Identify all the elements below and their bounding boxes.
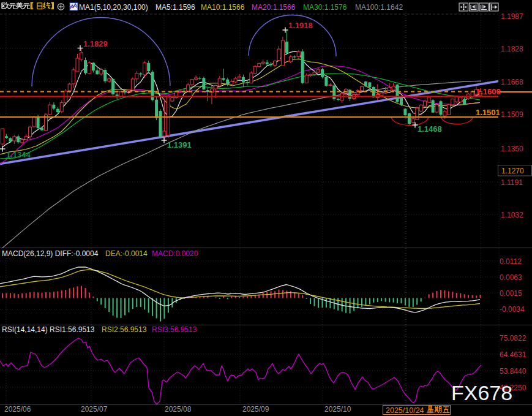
svg-text:1.1391: 1.1391: [167, 140, 192, 149]
svg-text:1.1032: 1.1032: [501, 211, 523, 219]
svg-text:2025/09: 2025/09: [242, 405, 269, 414]
svg-text:64.4631: 64.4631: [500, 350, 526, 359]
svg-text:1.1829: 1.1829: [83, 39, 108, 48]
svg-text:1.1668: 1.1668: [501, 78, 523, 86]
svg-text:1.1468: 1.1468: [418, 124, 442, 134]
svg-text:2025/06: 2025/06: [4, 405, 31, 414]
svg-text:RSI2:56.9513: RSI2:56.9513: [102, 325, 147, 334]
svg-text:MACD:0.0020: MACD:0.0020: [152, 249, 198, 258]
svg-text:2025/07: 2025/07: [81, 405, 108, 414]
svg-text:MA5:1.1596: MA5:1.1596: [155, 3, 195, 12]
svg-text:2025/10: 2025/10: [324, 405, 351, 414]
svg-text:0.0112: 0.0112: [500, 257, 522, 266]
svg-text:MA30:1.1576: MA30:1.1576: [303, 3, 347, 12]
svg-text:1.1501: 1.1501: [476, 108, 500, 117]
svg-text:1.1828: 1.1828: [501, 45, 523, 53]
svg-text:MA20:1.1566: MA20:1.1566: [252, 3, 296, 12]
svg-text:MA100:1.1642: MA100:1.1642: [355, 3, 403, 12]
svg-text:MA1(5,10,20,30,100): MA1(5,10,20,30,100): [79, 3, 148, 12]
svg-text:1.1344: 1.1344: [6, 150, 31, 159]
svg-text:RSI(14,14,14) RSI1:56.9513: RSI(14,14,14) RSI1:56.9513: [2, 325, 95, 334]
svg-text:1.1191: 1.1191: [501, 178, 523, 187]
svg-text:0.0015: 0.0015: [500, 289, 522, 298]
svg-text:75.0822: 75.0822: [500, 334, 526, 342]
svg-text:MA10:1.1566: MA10:1.1566: [201, 3, 245, 12]
svg-text:1.1350: 1.1350: [501, 145, 523, 153]
svg-text:1.1509: 1.1509: [501, 110, 523, 119]
svg-text:1.1600: 1.1600: [476, 87, 501, 96]
svg-text:DEA:-0.0014: DEA:-0.0014: [105, 249, 148, 258]
svg-text:1.1270: 1.1270: [501, 167, 524, 175]
svg-text:2025/10/24: 2025/10/24: [386, 406, 424, 415]
svg-text:0.0063: 0.0063: [500, 273, 522, 282]
svg-text:FX678: FX678: [451, 381, 512, 404]
svg-text:1.1918: 1.1918: [288, 21, 313, 30]
svg-text:MACD(26,12,9) DIFF:-0.0004: MACD(26,12,9) DIFF:-0.0004: [2, 249, 99, 258]
svg-text:RSI3:56.9513: RSI3:56.9513: [152, 325, 197, 334]
svg-text:53.8440: 53.8440: [500, 367, 526, 376]
svg-text:-0.0034: -0.0034: [500, 305, 525, 314]
svg-text:2025/08: 2025/08: [165, 405, 192, 414]
svg-text:1.1987: 1.1987: [501, 12, 523, 21]
